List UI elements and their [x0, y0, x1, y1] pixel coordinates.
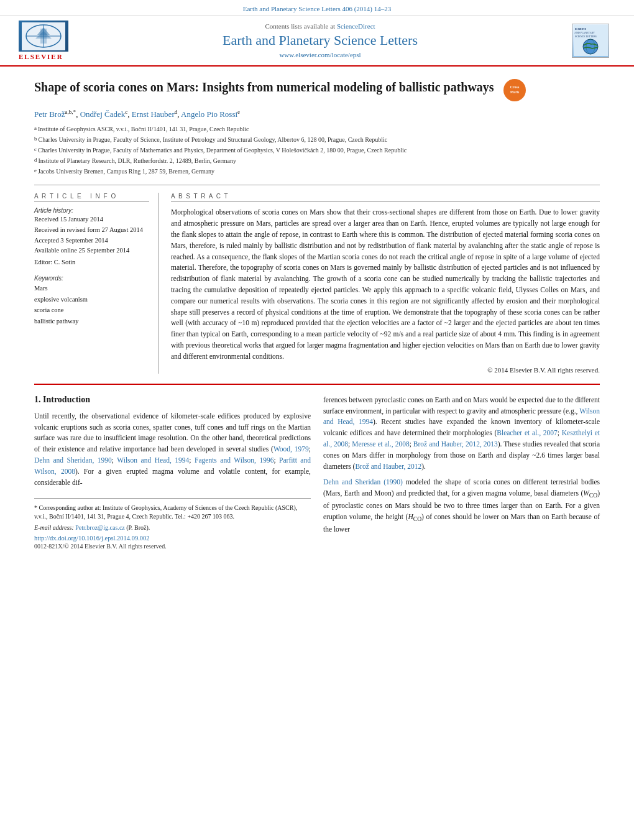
elsevier-logo: ELSEVIER [19, 21, 75, 60]
citation-text: Earth and Planetary Science Letters 406 … [243, 5, 392, 12]
svg-point-11 [583, 39, 598, 54]
doi-link[interactable]: http://dx.doi.org/10.1016/j.epsl.2014.09… [34, 535, 311, 542]
ref-bleacher2007[interactable]: Bleacher et al., 2007 [497, 429, 558, 436]
received-date: Received 15 January 2014 [34, 215, 149, 224]
journal-header: ELSEVIER Contents lists available at Sci… [0, 15, 634, 67]
article-info-column: A R T I C L E I N F O Article history: R… [34, 193, 158, 373]
ref-wilson1994[interactable]: Wilson and Head, 1994 [117, 456, 189, 464]
article-info-header: A R T I C L E I N F O [34, 193, 149, 202]
ref-broz2012[interactable]: Brož and Hauber, 2012 [355, 463, 421, 470]
available-online-date: Available online 25 September 2014 [34, 246, 149, 256]
ref-fagents1996[interactable]: Fagents and Wilson, 1996 [195, 456, 273, 464]
keyword-scoria: scoria cone [34, 305, 149, 316]
ref-wilson-head-1994[interactable]: Wilson and Head, 1994 [323, 407, 600, 426]
intro-para-3: Dehn and Sheridan (1990) modeled the sha… [323, 477, 600, 535]
affil-d-text: Institute of Planetary Research, DLR, Ru… [39, 156, 237, 165]
sciencedirect-link[interactable]: ScienceDirect [337, 22, 375, 30]
divider-thick [34, 384, 600, 385]
affil-d: d Institute of Planetary Research, DLR, … [34, 156, 600, 165]
info-abstract-cols: A R T I C L E I N F O Article history: R… [34, 193, 600, 373]
editor-line: Editor: C. Sotin [34, 258, 149, 267]
affil-a: a Institute of Geophysics ASCR, v.v.i., … [34, 124, 600, 134]
abstract-header: A B S T R A C T [171, 193, 600, 202]
keyword-volcanism: explosive volcanism [34, 294, 149, 305]
page: Earth and Planetary Science Letters 406 … [0, 0, 634, 840]
affil-b: b Charles University in Prague, Faculty … [34, 135, 600, 144]
authors-line: Petr Broža,b,*, Ondřej Čadekc, Ernst Hau… [34, 109, 600, 119]
author-rossi[interactable]: Angelo Pio Rossi [181, 109, 237, 119]
article-title: Shape of scoria cones on Mars: Insights … [34, 79, 494, 95]
section-number: 1. [34, 395, 43, 404]
intro-heading: 1. Introduction [34, 395, 311, 405]
affil-a-text: Institute of Geophysics ASCR, v.v.i., Bo… [38, 124, 249, 134]
contents-line: Contents lists available at ScienceDirec… [75, 22, 566, 30]
introduction-section: 1. Introduction Until recently, the obse… [34, 395, 600, 550]
abstract-text: Morphological observations of scoria con… [171, 207, 600, 362]
earth-logo-image: EARTH AND PLANETARY SCIENCE LETTERS [572, 24, 609, 58]
affil-c: c Charles University in Prague, Faculty … [34, 145, 600, 155]
contents-text: Contents lists available at [265, 22, 335, 30]
journal-title-block: Contents lists available at ScienceDirec… [75, 22, 566, 58]
ref-broz2012-2013[interactable]: Brož and Hauber, 2012, 2013 [413, 440, 498, 448]
history-label: Article history: [34, 207, 149, 214]
received-revised-date: Received in revised form 27 August 2014 [34, 226, 149, 235]
svg-text:Mark: Mark [510, 90, 519, 94]
footnotes: * Corresponding author at: Institute of … [34, 498, 311, 550]
intro-para-2: ferences between pyroclastic cones on Ea… [323, 395, 600, 473]
elsevier-logo-image [19, 21, 68, 52]
top-citation-bar: Earth and Planetary Science Letters 406 … [0, 0, 634, 15]
author-broz[interactable]: Petr Brož [34, 109, 65, 119]
ref-dehn-sheridan-1990[interactable]: Dehn and Sheridan (1990) [323, 478, 403, 486]
crossmark-badge[interactable]: Cross Mark [503, 79, 526, 101]
accepted-date: Accepted 3 September 2014 [34, 236, 149, 246]
intro-right-col: ferences between pyroclastic cones on Ea… [323, 395, 600, 550]
keywords-label: Keywords: [34, 275, 149, 282]
journal-full-title: Earth and Planetary Science Letters [75, 32, 566, 48]
article-content: Shape of scoria cones on Mars: Insights … [0, 67, 634, 562]
email-link[interactable]: Petr.broz@ig.cas.cz [75, 524, 124, 531]
abstract-label: A B S T R A C T [171, 193, 229, 200]
earth-logo: EARTH AND PLANETARY SCIENCE LETTERS [566, 24, 615, 58]
footnote-corresponding: * Corresponding author at: Institute of … [34, 504, 311, 521]
copyright-text: © 2014 Elsevier B.V. All rights reserved… [171, 366, 600, 374]
affiliations-block: a Institute of Geophysics ASCR, v.v.i., … [34, 124, 600, 176]
elsevier-wordmark: ELSEVIER [19, 53, 75, 60]
intro-left-col: 1. Introduction Until recently, the obse… [34, 395, 311, 550]
article-info-label: A R T I C L E I N F O [34, 193, 117, 200]
ref-wood1979[interactable]: Wood, 1979 [273, 445, 309, 453]
divider-1 [34, 185, 600, 185]
affil-e-text: Jacobs University Bremen, Campus Ring 1,… [38, 167, 214, 176]
journal-url[interactable]: www.elsevier.com/locate/epsl [75, 51, 566, 58]
keywords-list: Mars explosive volcanism scoria cone bal… [34, 283, 149, 327]
affil-b-text: Charles University in Prague, Faculty of… [39, 135, 388, 144]
keyword-mars: Mars [34, 283, 149, 294]
svg-text:AND PLANETARY: AND PLANETARY [574, 31, 595, 34]
intro-para-1: Until recently, the observational eviden… [34, 411, 311, 489]
abstract-column: A B S T R A C T Morphological observatio… [171, 193, 600, 373]
author-hauber[interactable]: Ernst Hauber [132, 109, 175, 119]
svg-text:Cross: Cross [510, 85, 519, 89]
ref-dehn1990[interactable]: Dehn and Sheridan, 1990 [34, 456, 112, 464]
issn-text: 0012-821X/© 2014 Elsevier B.V. All right… [34, 543, 311, 550]
author-cadek[interactable]: Ondřej Čadek [80, 109, 126, 119]
affil-c-text: Charles University in Prague, Faculty of… [38, 145, 407, 155]
keyword-ballistic: ballistic pathway [34, 316, 149, 327]
affil-e: e Jacobs University Bremen, Campus Ring … [34, 167, 600, 176]
footnote-email: E-mail address: Petr.broz@ig.cas.cz (P. … [34, 524, 311, 532]
section-title-text: Introduction [43, 395, 90, 404]
ref-meresse2008[interactable]: Meresse et al., 2008 [352, 440, 410, 448]
svg-text:EARTH: EARTH [575, 27, 586, 30]
svg-text:SCIENCE LETTERS: SCIENCE LETTERS [575, 35, 597, 38]
